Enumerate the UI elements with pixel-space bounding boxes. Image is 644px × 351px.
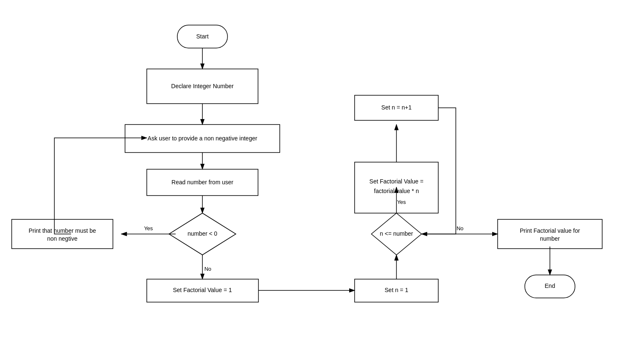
label-no-neg: No bbox=[204, 266, 212, 272]
read-label: Read number from user bbox=[171, 179, 233, 186]
set-n-plus-label: Set n = n+1 bbox=[381, 104, 412, 111]
check-n-label: n <= number bbox=[380, 230, 413, 237]
label-yes-neg: Yes bbox=[144, 225, 153, 231]
set-fact-val-label1: Set Factorial Value = bbox=[369, 178, 423, 185]
declare-label: Declare Integer Number bbox=[171, 83, 234, 89]
set-fact-val-label2: factorial value * n bbox=[374, 188, 419, 194]
end-label: End bbox=[545, 282, 555, 289]
check-neg-label: number < 0 bbox=[187, 230, 217, 237]
ask-label: Ask user to provide a non negative integ… bbox=[148, 135, 258, 142]
print-fact-label2: number bbox=[540, 235, 560, 242]
flowchart-svg: Yes No Yes No Start Declare Integer Numb… bbox=[0, 0, 644, 351]
label-yes-n: Yes bbox=[397, 199, 406, 205]
print-neg-label1: Print that number must be bbox=[28, 227, 96, 234]
set-fact-label: Set Factorial Value = 1 bbox=[173, 287, 232, 293]
print-fact-label1: Print Factorial value for bbox=[520, 227, 580, 234]
arrow-setnplus-checkn-loop bbox=[422, 108, 456, 234]
label-no-n: No bbox=[457, 225, 464, 231]
print-fact-node bbox=[498, 219, 602, 249]
start-label: Start bbox=[196, 33, 209, 40]
print-neg-label2: non negtive bbox=[47, 235, 78, 242]
set-n-label: Set n = 1 bbox=[385, 287, 409, 293]
